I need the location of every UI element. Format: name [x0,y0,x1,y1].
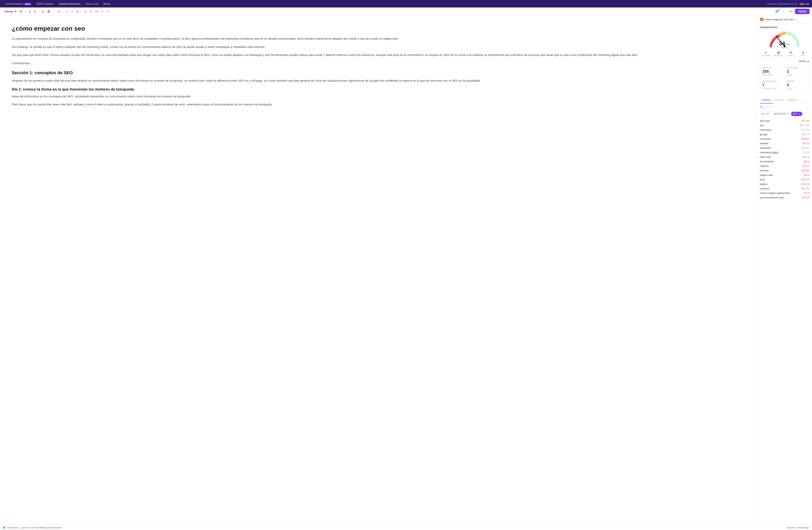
synced-label: Synced a minute ago [787,526,809,529]
ordered-list-button[interactable]: 1. [70,9,75,14]
stat-words: WORDS 295 ↑ 4813-5535 [760,65,784,78]
tab-terms[interactable]: TERMS [760,97,773,103]
nlp-label: NLP [801,54,805,57]
main-layout: ¿cómo empezar con seo La optimización en… [0,15,812,525]
terms-val: 9 [784,51,797,54]
structure-label: Structure [762,54,770,57]
bold-button[interactable]: B [19,9,23,14]
paragraphs-arrow: ↑ [766,84,767,87]
paragraph-1: La optimización en motores de búsqueda e… [12,36,745,41]
strikethrough-button[interactable]: S [32,9,37,14]
score-tab-headings[interactable]: 18 Headings [772,51,784,58]
nav-keyword-research[interactable]: Keyword Research [57,1,83,6]
term-row-sitio-web: sitio web 0/17-60 [760,119,809,122]
pill-all[interactable]: ALL 80 [760,112,771,116]
term-row-busqueda: búsqueda 5/29-53 [760,146,809,149]
connected-dot [3,527,5,529]
editing-label: | 1 person currently editing this docume… [19,526,62,529]
day1-heading: Día 1: conoce la forma en la que funcion… [12,87,745,91]
panel-header: 🇪🇸 cómo empezar con seo ⓘ [757,15,812,23]
terms-search-bar: 🔍 ⋮ [757,104,812,110]
search-icon: 🔍 [760,105,763,109]
content-score-section: Content Score [757,23,812,97]
score-tab-terms[interactable]: 9 Terms [784,51,797,58]
image-button[interactable]: 🖼 [46,9,51,14]
filter-icon[interactable]: ⋮ [807,105,809,109]
headings-arrow: ↑ [790,71,792,73]
section1-heading: Sección 1: conceptos de SEO [12,70,745,75]
score-tab-nlp[interactable]: 4 NLP [797,51,809,58]
term-row-sitios-web: sitios web 0/4-13 [760,156,809,158]
blockquote-button[interactable]: " [52,9,55,14]
link-button[interactable]: 🔗 [40,9,45,14]
toolbar-sep-1 [38,10,39,13]
stat-paragraphs: PARAGRAPHS 7 ↑ AT LEAST 147 [760,78,784,92]
beta-badge: BETA [24,3,31,5]
tab-notes[interactable]: NOTES [786,97,799,103]
connection-status: Connected | 1 person currently editing t… [3,526,62,529]
nav-billing[interactable]: Billing [101,1,112,6]
term-row-pagina-web: página web 0/2-5 [760,173,809,176]
term-row-marketing-digital: marketing digital 1/2-5 [760,151,809,154]
align-button[interactable]: ≡ [66,9,70,14]
subscript-button[interactable]: x₂ [83,9,88,14]
italic-button[interactable]: I [24,9,27,14]
right-panel: 🇪🇸 cómo empezar con seo ⓘ Content Score [757,15,812,525]
paragraphs-value: 7 [762,83,765,87]
superscript-button[interactable]: x² [89,9,93,14]
section1-italic: Después de los primeros cuatro días de e… [12,79,480,82]
status-bar: Connected | 1 person currently editing t… [0,525,812,530]
code-button[interactable]: </> [56,9,62,14]
images-value: 0 [787,83,789,87]
term-row-blog: blog 0/15-32 [760,178,809,181]
settings-icon-btn[interactable]: ⚙️ [774,9,780,14]
details-button[interactable]: Details ▲ [760,59,809,64]
nav-how-to-use[interactable]: How to use [84,1,100,6]
redo-button[interactable]: ↪ [105,9,110,14]
score-value: 34 [779,40,785,46]
check-icon-btn[interactable]: ✓ [781,9,786,14]
terms-list: sitio web 0/17-60 seo 8/57-120 marketing… [757,118,812,202]
share-button[interactable]: Share [795,9,810,14]
unordered-list-button[interactable]: ☰ [75,9,80,14]
headings-label: Headings [774,54,783,57]
underline-button[interactable]: U [28,9,32,14]
clear-format-button[interactable]: Tx [94,9,99,14]
paragraph-style-select[interactable]: Normal [2,9,17,14]
score-denom: /100 [785,43,790,46]
nav-content-planner[interactable]: Content Planner BETA [3,1,33,6]
terms-search-input[interactable] [764,105,805,109]
nav-serp-analyzer[interactable]: SERP Analyzer [34,1,56,6]
words-arrow: ↑ [770,71,771,73]
info-icon[interactable]: ⓘ [795,18,797,21]
pill-nlp[interactable]: NLP 72 [791,112,802,116]
day1-p1: Antes de profundizar en los conceptos de… [12,94,745,99]
editor-area[interactable]: ¿cómo empezar con seo La optimización en… [0,15,757,525]
headings-val: 18 [772,51,784,54]
paragraph-3: Así que para que tener éxito, hemos arma… [12,53,745,58]
notification-dot [778,9,780,11]
term-row-contenido: contenido 0/28-57 [760,138,809,140]
headings-range: 33-82 [787,74,807,76]
term-row-usuarios: usuarios 0/11-41 [760,187,809,190]
pill-headings[interactable]: HEADINGS 5 [772,112,790,116]
doc-title: ¿cómo empezar con seo [12,25,745,32]
term-row-marketing: marketing 3/11-36 [760,128,809,131]
sign-out-link[interactable]: Sign out [799,2,809,5]
undo-button[interactable]: ↩ [100,9,105,14]
nav-left: Content Planner BETA SERP Analyzer Keywo… [3,1,112,6]
terms-label: Terms [788,54,794,57]
term-row-seo: seo 8/57-120 [760,124,809,127]
headings-value: 2 [787,69,789,74]
score-tab-structure[interactable]: 3 Structure [760,51,772,58]
nav-right: tomasz+1@surferseo.com Sign out [767,2,809,5]
term-row-negocio: negocio 0/4-13 [760,164,809,168]
score-gauge: BETA 34/100 [769,31,800,48]
paragraphs-range: AT LEAST 147 [762,87,782,90]
more-options-btn[interactable]: ••• [788,9,793,14]
day1-p2: Para hacer que tus treinta días sean más… [12,102,745,107]
term-row-seo-full: search engine optimization 0/2-5 [760,191,809,195]
tab-topics[interactable]: TOPICS [773,97,786,103]
nlp-val: 4 [797,51,809,54]
editor-toolbar: Normal B I U S 🔗 🖼 " </> ≡ 1. ☰ x₂ x² Tx… [0,8,812,15]
